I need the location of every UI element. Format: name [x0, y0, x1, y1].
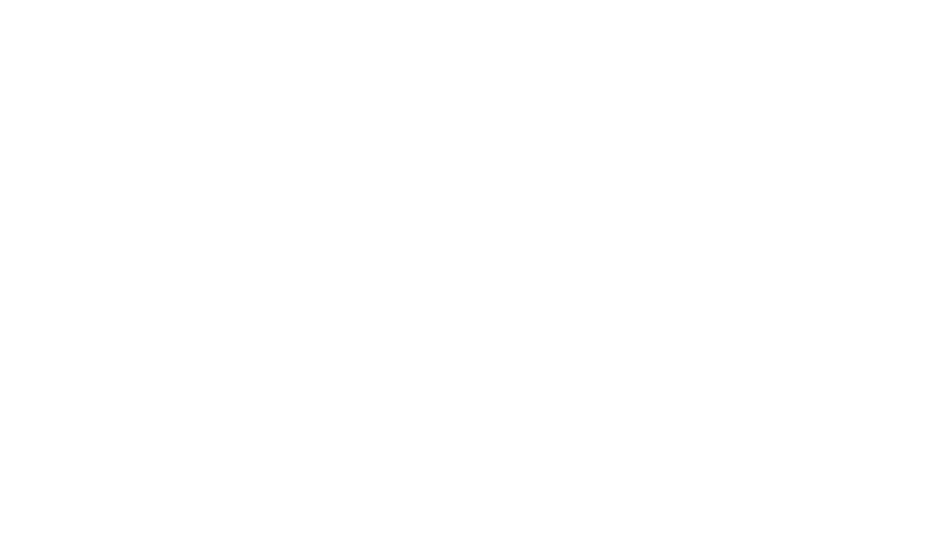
screen [0, 0, 926, 280]
